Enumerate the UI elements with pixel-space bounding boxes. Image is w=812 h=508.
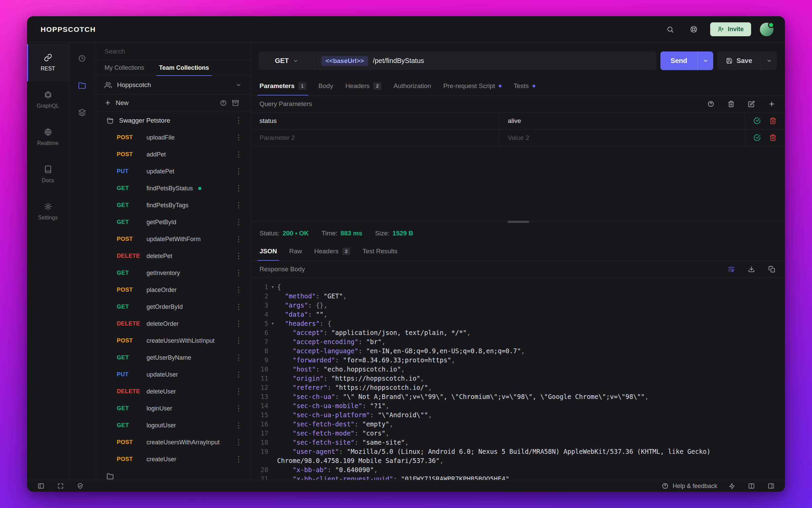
request-item[interactable]: GET findPetsByTags ⋮ [95, 197, 251, 214]
request-options-button[interactable]: ⋮ [233, 234, 244, 244]
request-options-button[interactable]: ⋮ [233, 285, 244, 295]
param-active-toggle-icon[interactable] [753, 117, 761, 124]
request-options-button[interactable]: ⋮ [233, 268, 244, 278]
request-options-button[interactable]: ⋮ [233, 200, 244, 210]
new-collection-button[interactable]: New [105, 99, 129, 107]
collection-folder[interactable]: Swagger Petstore ⋮ [95, 112, 251, 129]
request-item[interactable]: PUT updateUser ⋮ [95, 366, 251, 383]
sidebar-item-docs[interactable]: Docs [27, 156, 69, 193]
request-item[interactable]: DELETE deleteOrder ⋮ [95, 315, 251, 332]
request-options-button[interactable]: ⋮ [233, 319, 244, 329]
request-item[interactable]: GET getOrderById ⋮ [95, 298, 251, 315]
request-item[interactable]: POST createUsersWithListInput ⋮ [95, 332, 251, 349]
tab-team-collections[interactable]: Team Collections [152, 60, 217, 76]
request-options-button[interactable]: ⋮ [233, 353, 244, 363]
collections-help-button[interactable] [217, 97, 229, 109]
request-options-button[interactable]: ⋮ [233, 336, 244, 346]
response-body-editor[interactable]: 1 ▾ { 2 "method": "GET", 3 "args": {}, 4… [251, 278, 785, 480]
tab[interactable]: Tests [508, 77, 541, 95]
wrap-lines-button[interactable] [726, 264, 736, 274]
tab[interactable]: Headers 2 [308, 242, 357, 260]
request-options-button[interactable]: ⋮ [233, 217, 244, 227]
request-options-button[interactable]: ⋮ [233, 302, 244, 312]
request-item[interactable]: POST addPet ⋮ [95, 146, 251, 163]
save-button[interactable]: Save [717, 51, 761, 70]
params-add-button[interactable] [767, 99, 777, 109]
import-export-button[interactable] [229, 97, 242, 109]
send-options-button[interactable] [698, 51, 713, 70]
request-options-button[interactable]: ⋮ [233, 437, 244, 447]
tab-my-collections[interactable]: My Collections [97, 60, 152, 76]
request-item[interactable]: POST placeOrder ⋮ [95, 281, 251, 298]
param-delete-icon[interactable] [769, 134, 776, 141]
sidebar-item-rest[interactable]: REST [27, 44, 69, 81]
request-options-button[interactable]: ⋮ [233, 386, 244, 397]
sidebar-item-settings[interactable]: Settings [27, 193, 69, 230]
collections-rail-button[interactable] [75, 79, 89, 92]
tab[interactable]: Pre-request Script [437, 77, 508, 95]
request-options-button[interactable]: ⋮ [233, 183, 244, 193]
url-input[interactable]: <<baseUrl>> /pet/findByStatus [315, 51, 656, 70]
request-item[interactable]: GET logoutUser ⋮ [95, 417, 251, 434]
tab[interactable]: JSON [253, 242, 283, 260]
request-options-button[interactable]: ⋮ [233, 132, 244, 143]
tab[interactable]: Authorization [387, 77, 437, 95]
send-button[interactable]: Send [660, 51, 697, 70]
request-item[interactable]: PUT updatePet ⋮ [95, 163, 251, 180]
request-item[interactable]: DELETE deleteUser ⋮ [95, 383, 251, 400]
param-key[interactable]: Parameter 2 [251, 129, 500, 146]
params-bulk-edit-button[interactable] [746, 99, 757, 109]
request-item[interactable]: GET getPetById ⋮ [95, 214, 251, 231]
request-options-button[interactable]: ⋮ [233, 420, 244, 430]
fold-arrow-icon[interactable]: ▾ [268, 282, 277, 292]
interceptor-button[interactable] [75, 481, 85, 491]
collection-folder-partial[interactable] [95, 468, 251, 480]
shortcuts-button[interactable] [727, 481, 737, 491]
support-button[interactable] [686, 22, 701, 37]
toggle-right-panel-button[interactable] [766, 481, 776, 491]
toggle-sidebar-button[interactable] [36, 481, 46, 491]
download-response-button[interactable] [746, 264, 757, 274]
copy-response-button[interactable] [767, 264, 777, 274]
search-button[interactable] [663, 22, 678, 37]
param-value[interactable]: Value 2 [500, 129, 744, 146]
request-item[interactable]: GET findPetsByStatus ⋮ [95, 180, 251, 197]
param-value[interactable]: alive [500, 112, 744, 129]
collections-search-input[interactable] [105, 48, 242, 55]
params-clear-all-button[interactable] [726, 99, 736, 109]
splitter-grip[interactable] [508, 221, 529, 223]
fold-arrow-icon[interactable]: ▾ [268, 319, 277, 328]
method-select[interactable]: GET [259, 51, 314, 70]
request-item[interactable]: GET getInventory ⋮ [95, 264, 251, 281]
tab[interactable]: Raw [283, 242, 308, 260]
request-options-button[interactable]: ⋮ [233, 149, 244, 160]
request-item[interactable]: POST updatePetWithForm ⋮ [95, 231, 251, 248]
request-options-button[interactable]: ⋮ [233, 166, 244, 176]
request-item[interactable]: GET getUserByName ⋮ [95, 349, 251, 366]
help-feedback-button[interactable]: Help & feedback [662, 483, 717, 490]
request-item[interactable]: POST createUsersWithArrayInput ⋮ [95, 434, 251, 451]
param-delete-icon[interactable] [769, 117, 776, 124]
team-selector[interactable]: Hoppscotch [95, 76, 251, 94]
request-options-button[interactable]: ⋮ [233, 369, 244, 380]
pane-splitter[interactable] [251, 219, 785, 225]
save-options-button[interactable] [761, 51, 777, 70]
collections-tree[interactable]: Swagger Petstore ⋮ POST uploadFile ⋮ POS… [95, 111, 251, 480]
request-item[interactable]: POST createUser ⋮ [95, 451, 251, 468]
layout-button[interactable] [746, 481, 757, 491]
tab[interactable]: Body [312, 77, 339, 95]
base-url-chip[interactable]: <<baseUrl>> [321, 56, 368, 66]
sidebar-item-realtime[interactable]: Realtime [27, 119, 69, 156]
tab[interactable]: Headers 2 [339, 77, 388, 95]
request-item[interactable]: GET loginUser ⋮ [95, 400, 251, 417]
request-options-button[interactable]: ⋮ [233, 251, 244, 261]
request-options-button[interactable]: ⋮ [233, 454, 244, 464]
collection-options-button[interactable]: ⋮ [233, 115, 244, 126]
params-help-button[interactable] [706, 99, 716, 109]
tab[interactable]: Test Results [356, 242, 403, 260]
param-key[interactable]: status [251, 112, 500, 129]
sidebar-item-graphql[interactable]: GraphQL [27, 81, 69, 119]
invite-button[interactable]: Invite [710, 22, 751, 36]
param-active-toggle-icon[interactable] [753, 134, 761, 141]
request-item[interactable]: POST uploadFile ⋮ [95, 129, 251, 146]
